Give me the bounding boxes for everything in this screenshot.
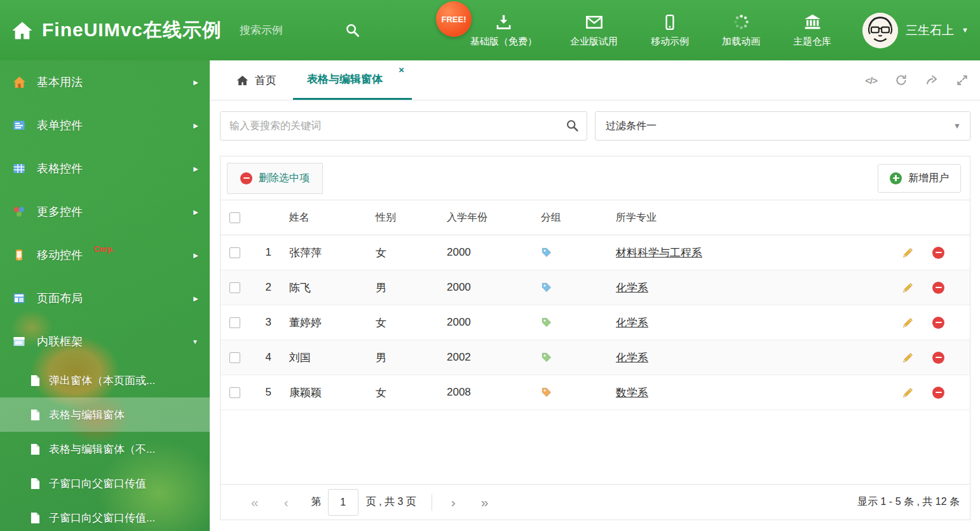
sidebar-subitem[interactable]: 弹出窗体（本页面或...	[0, 363, 210, 397]
major-link[interactable]: 化学系	[616, 317, 648, 329]
keyword-search-input[interactable]	[221, 112, 587, 140]
tag-icon	[541, 247, 552, 258]
sidebar-item[interactable]: 表格控件▶	[0, 147, 210, 190]
chevron-down-icon: ▼	[192, 338, 198, 345]
delete-selected-button[interactable]: 删除选中项	[227, 163, 323, 194]
cell-name: 陈飞	[288, 280, 374, 295]
table-row: 4刘国男2002化学系	[221, 340, 970, 375]
header-nav-label: 基础版（免费）	[470, 36, 537, 48]
add-user-button[interactable]: 新增用户	[878, 164, 961, 193]
delete-icon[interactable]	[932, 387, 944, 399]
delete-icon[interactable]	[932, 282, 944, 294]
tab-active-label: 表格与编辑窗体	[307, 72, 383, 86]
sidebar-item[interactable]: 表单控件▶	[0, 104, 210, 147]
header-search-input[interactable]	[240, 24, 335, 37]
sidebar-subitem-label: 表格与编辑窗体	[49, 408, 125, 422]
prev-page-button[interactable]: ‹	[271, 495, 301, 509]
header-nav-item-bank[interactable]: 主题仓库	[782, 13, 843, 48]
form-icon	[11, 119, 27, 132]
edit-icon[interactable]	[902, 351, 915, 364]
tag-icon	[541, 317, 552, 328]
sidebar-item[interactable]: 更多控件▶	[0, 190, 210, 233]
user-name: 三生石上	[906, 22, 954, 39]
sidebar-item[interactable]: 页面布局▶	[0, 277, 210, 320]
page-number-input[interactable]	[328, 489, 358, 516]
page-icon	[31, 478, 40, 490]
col-year: 入学年份	[446, 211, 540, 224]
tag-icon	[541, 352, 552, 363]
next-page-button[interactable]: ›	[439, 495, 468, 509]
delete-icon[interactable]	[932, 247, 944, 259]
grid-icon	[11, 162, 27, 175]
sidebar-subitem[interactable]: 表格与编辑窗体	[0, 397, 210, 432]
sidebar-item[interactable]: 基本用法▶	[0, 60, 210, 104]
plus-circle-icon	[890, 172, 902, 184]
sidebar-subitem-label: 子窗口向父窗口传值...	[49, 511, 155, 525]
edit-icon[interactable]	[902, 246, 915, 259]
pagination-bar: « ‹ 第 页 , 共 3 页 › » 显示 1 - 5 条 , 共 12 条	[221, 484, 970, 520]
sidebar-subitem[interactable]: 子窗口向父窗口传值	[0, 466, 210, 500]
cell-name: 康颖颖	[288, 385, 374, 400]
add-user-label: 新增用户	[908, 172, 949, 185]
major-link[interactable]: 化学系	[616, 352, 648, 364]
tab-active[interactable]: 表格与编辑窗体 ×	[293, 60, 412, 100]
edit-icon[interactable]	[902, 386, 915, 399]
sidebar-subitem-label: 子窗口向父窗口传值	[49, 476, 146, 491]
share-icon[interactable]	[925, 74, 938, 86]
avatar	[862, 13, 898, 48]
search-icon[interactable]	[345, 23, 360, 38]
filter-dropdown-value: 过滤条件一	[606, 120, 657, 133]
refresh-icon[interactable]	[895, 74, 908, 86]
row-number: 1	[252, 246, 288, 259]
cell-name: 刘国	[288, 350, 374, 365]
sidebar-menu: 基本用法▶表单控件▶表格控件▶更多控件▶移动控件Corp.▶页面布局▶内联框架▼…	[0, 60, 210, 531]
more-icon	[11, 205, 27, 218]
sidebar-item[interactable]: 移动控件Corp.▶	[0, 233, 210, 277]
pagination-controls: « ‹ 第 页 , 共 3 页 › »	[238, 489, 501, 516]
sidebar-item[interactable]: 内联框架▼	[0, 320, 210, 363]
search-icon[interactable]	[566, 119, 579, 132]
tab-home[interactable]: 首页	[229, 60, 284, 100]
table-body: 1张萍萍女2000材料科学与工程系2陈飞男2000化学系3董婷婷女2000化学系…	[221, 235, 970, 410]
page-icon	[31, 409, 40, 421]
header-nav: 基础版（免费）企业版试用移动示例加载动画主题仓库	[459, 0, 843, 60]
major-link[interactable]: 化学系	[616, 282, 648, 294]
header-nav-item-spinner[interactable]: 加载动画	[711, 13, 772, 48]
main-content: 首页 表格与编辑窗体 × </> 过滤条件一 ▼	[210, 60, 980, 531]
major-link[interactable]: 材料科学与工程系	[616, 247, 702, 259]
select-all-checkbox[interactable]	[229, 212, 240, 223]
header-nav-item-phone[interactable]: 移动示例	[639, 13, 700, 48]
row-checkbox[interactable]	[229, 282, 240, 293]
minus-circle-icon	[240, 172, 252, 184]
close-icon[interactable]: ×	[398, 65, 404, 74]
first-page-button[interactable]: «	[238, 495, 271, 509]
chevron-right-icon: ▶	[193, 122, 198, 129]
download-icon	[495, 13, 512, 31]
filter-dropdown[interactable]: 过滤条件一 ▼	[595, 111, 970, 141]
source-code-icon[interactable]: </>	[865, 75, 877, 86]
sidebar-subitem[interactable]: 表格与编辑窗体（不...	[0, 432, 210, 466]
user-menu[interactable]: 三生石上 ▼	[862, 0, 969, 60]
last-page-button[interactable]: »	[468, 495, 501, 509]
row-checkbox[interactable]	[229, 387, 240, 398]
pager-divider	[432, 494, 432, 511]
sidebar-subitem[interactable]: 子窗口向父窗口传值...	[0, 500, 210, 531]
home-logo-icon[interactable]	[11, 20, 33, 41]
cell-gender: 女	[374, 385, 446, 400]
delete-icon[interactable]	[932, 352, 944, 364]
header-nav-item-envelope[interactable]: 企业版试用	[559, 13, 629, 48]
sidebar: 基本用法▶表单控件▶表格控件▶更多控件▶移动控件Corp.▶页面布局▶内联框架▼…	[0, 60, 210, 531]
header-nav-label: 移动示例	[651, 36, 689, 48]
row-checkbox[interactable]	[229, 317, 240, 328]
header-nav-item-download[interactable]: 基础版（免费）	[459, 13, 548, 48]
edit-icon[interactable]	[902, 281, 915, 294]
edit-icon[interactable]	[902, 316, 915, 329]
expand-icon[interactable]	[956, 74, 969, 86]
major-link[interactable]: 数学系	[616, 387, 648, 399]
row-checkbox[interactable]	[229, 247, 240, 258]
row-checkbox[interactable]	[229, 352, 240, 363]
cell-gender: 女	[374, 315, 446, 330]
delete-icon[interactable]	[932, 317, 944, 329]
page-icon	[31, 375, 40, 387]
filter-row: 过滤条件一 ▼	[210, 100, 980, 141]
